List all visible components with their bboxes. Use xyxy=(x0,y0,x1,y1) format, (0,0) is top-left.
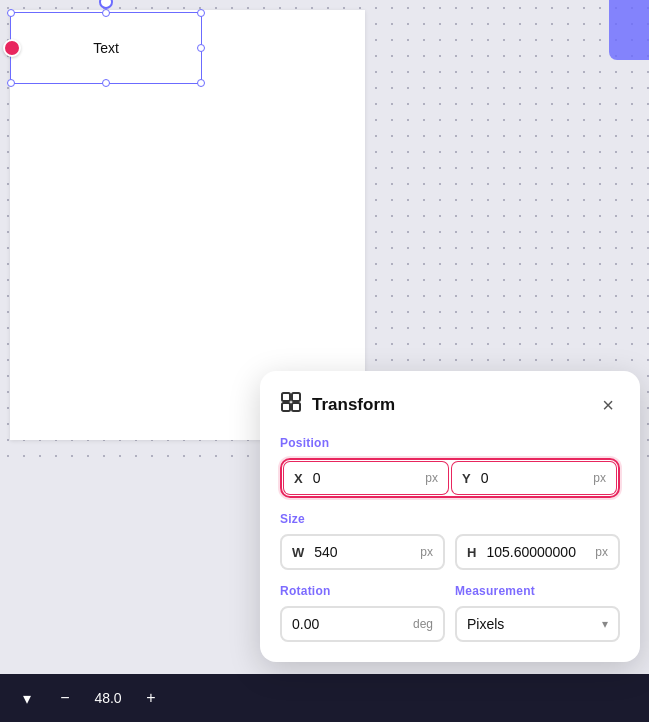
zoom-dropdown-button[interactable]: ▾ xyxy=(12,683,42,713)
h-field-group: H px xyxy=(455,534,620,570)
y-label: Y xyxy=(452,463,477,494)
handle-top-right[interactable] xyxy=(197,9,205,17)
w-unit: px xyxy=(416,537,443,567)
rotate-handle[interactable] xyxy=(99,0,113,9)
transform-panel: Transform × Position X px Y px Size W xyxy=(260,371,640,662)
w-input[interactable] xyxy=(310,536,416,568)
h-label: H xyxy=(457,537,482,568)
text-element-label: Text xyxy=(93,40,119,56)
w-field-group: W px xyxy=(280,534,445,570)
w-label: W xyxy=(282,537,310,568)
handle-bottom-left[interactable] xyxy=(7,79,15,87)
zoom-in-button[interactable]: + xyxy=(136,683,166,713)
rotation-input[interactable] xyxy=(282,608,409,640)
x-input[interactable] xyxy=(309,462,422,494)
size-row: W px H px xyxy=(280,534,620,570)
bottom-toolbar: ▾ − 48.0 + xyxy=(0,674,649,722)
measurement-select[interactable]: Pixels ▾ xyxy=(455,606,620,642)
h-input[interactable] xyxy=(482,536,591,568)
panel-title-area: Transform xyxy=(280,391,395,418)
rotation-field-group: deg xyxy=(280,606,445,642)
minus-icon: − xyxy=(60,689,69,707)
h-unit: px xyxy=(591,537,618,567)
position-section-label: Position xyxy=(280,436,620,450)
svg-rect-3 xyxy=(292,403,300,411)
y-unit: px xyxy=(589,463,616,493)
handle-top-left[interactable] xyxy=(7,9,15,17)
panel-close-button[interactable]: × xyxy=(596,393,620,417)
rotation-group: Rotation deg xyxy=(280,584,445,642)
svg-rect-2 xyxy=(282,403,290,411)
text-element[interactable]: Text xyxy=(10,12,202,84)
y-field-group: Y px xyxy=(452,462,616,494)
rotation-measurement-row: Rotation deg Measurement Pixels ▾ xyxy=(280,584,620,642)
y-input[interactable] xyxy=(477,462,590,494)
measurement-value: Pixels xyxy=(467,616,596,632)
position-row-wrapper: X px Y px xyxy=(280,458,620,498)
pivot-handle[interactable] xyxy=(3,39,21,57)
panel-title: Transform xyxy=(312,395,395,415)
x-field-group: X px xyxy=(284,462,448,494)
top-right-decoration xyxy=(609,0,649,60)
plus-icon: + xyxy=(146,689,155,707)
measurement-section-label: Measurement xyxy=(455,584,620,598)
position-row: X px Y px xyxy=(284,462,616,494)
handle-bottom-right[interactable] xyxy=(197,79,205,87)
zoom-out-button[interactable]: − xyxy=(50,683,80,713)
x-unit: px xyxy=(421,463,448,493)
transform-icon xyxy=(280,391,302,418)
chevron-down-icon: ▾ xyxy=(23,689,31,708)
chevron-down-icon: ▾ xyxy=(602,617,608,631)
zoom-value: 48.0 xyxy=(88,690,128,706)
svg-rect-0 xyxy=(282,393,290,401)
handle-bottom-middle[interactable] xyxy=(102,79,110,87)
svg-rect-1 xyxy=(292,393,300,401)
x-label: X xyxy=(284,463,309,494)
rotation-unit: deg xyxy=(409,609,443,639)
handle-top-middle[interactable] xyxy=(102,9,110,17)
rotation-section-label: Rotation xyxy=(280,584,445,598)
panel-header: Transform × xyxy=(280,391,620,418)
handle-middle-right[interactable] xyxy=(197,44,205,52)
size-section-label: Size xyxy=(280,512,620,526)
measurement-group: Measurement Pixels ▾ xyxy=(455,584,620,642)
